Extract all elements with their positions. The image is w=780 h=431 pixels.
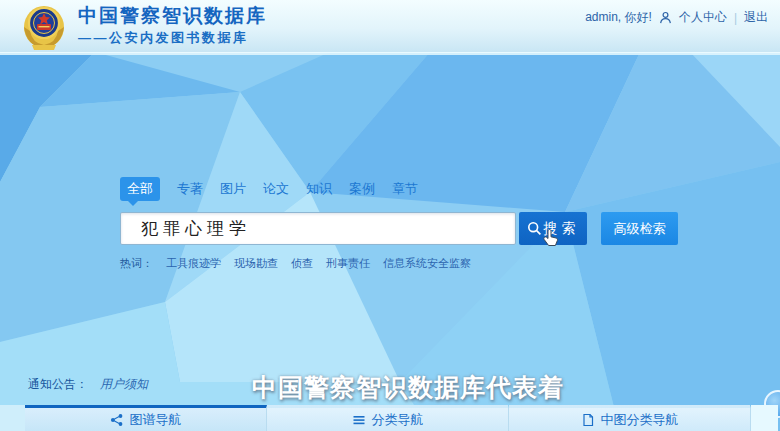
- tab-papers[interactable]: 论文: [263, 180, 289, 198]
- search-button[interactable]: 搜索: [519, 212, 587, 245]
- doc-nav-icon: [581, 413, 595, 427]
- menu-divider: |: [734, 11, 737, 25]
- caption-text: 中国警察智识数据库代表着: [18, 371, 780, 404]
- police-badge-logo: [18, 1, 70, 51]
- nav-tab-clc-label: 中图分类导航: [601, 411, 679, 429]
- nav-tab-category-label: 分类导航: [372, 411, 424, 429]
- tab-monographs[interactable]: 专著: [177, 180, 203, 198]
- bottom-nav-left-strip: [0, 405, 25, 431]
- search-icon: [527, 221, 542, 236]
- tab-knowledge[interactable]: 知识: [306, 180, 332, 198]
- bottom-nav: 图谱导航 分类导航 中图分类导航: [0, 405, 780, 431]
- user-menu: admin, 你好! 个人中心 | 退出: [585, 9, 768, 26]
- user-greeting: admin, 你好!: [585, 9, 652, 26]
- search-row: 搜索 高级检索: [120, 212, 678, 245]
- app-window: 中国警察智识数据库 ——公安内发图书数据库 admin, 你好! 个人中心 | …: [0, 0, 780, 431]
- advanced-search-button[interactable]: 高级检索: [601, 212, 678, 245]
- title-block: 中国警察智识数据库 ——公安内发图书数据库: [78, 5, 267, 47]
- graph-nav-icon: [110, 413, 124, 427]
- tab-chapters[interactable]: 章节: [392, 180, 418, 198]
- advanced-search-label: 高级检索: [614, 220, 666, 238]
- search-button-label: 搜索: [544, 220, 580, 238]
- hot-word-link[interactable]: 刑事责任: [326, 256, 370, 271]
- hot-word-link[interactable]: 工具痕迹学: [166, 256, 221, 271]
- logout-link[interactable]: 退出: [744, 9, 768, 26]
- tab-cases[interactable]: 案例: [349, 180, 375, 198]
- nav-tab-graph[interactable]: 图谱导航: [25, 405, 267, 431]
- list-nav-icon: [352, 413, 366, 427]
- hot-words-row: 热词： 工具痕迹学 现场勘查 侦查 刑事责任 信息系统安全监察: [120, 256, 471, 271]
- nav-tab-graph-label: 图谱导航: [130, 411, 182, 429]
- nav-tab-clc[interactable]: 中图分类导航: [509, 405, 751, 431]
- person-icon: [659, 11, 672, 24]
- search-tabs: 全部 专著 图片 论文 知识 案例 章节: [120, 178, 418, 200]
- hot-words-label: 热词：: [120, 256, 153, 271]
- tab-images[interactable]: 图片: [220, 180, 246, 198]
- site-title: 中国警察智识数据库: [78, 5, 267, 27]
- hot-word-link[interactable]: 侦查: [291, 256, 313, 271]
- hot-word-link[interactable]: 现场勘查: [234, 256, 278, 271]
- profile-link[interactable]: 个人中心: [679, 9, 727, 26]
- hot-word-link[interactable]: 信息系统安全监察: [383, 256, 471, 271]
- bottom-nav-right-strip: [751, 405, 778, 431]
- site-subtitle: ——公安内发图书数据库: [78, 29, 267, 47]
- search-area: 全部 专著 图片 论文 知识 案例 章节 搜索 高级检索 热词： 工具痕迹学: [120, 178, 418, 200]
- header: 中国警察智识数据库 ——公安内发图书数据库 admin, 你好! 个人中心 | …: [0, 0, 780, 53]
- search-input[interactable]: [120, 212, 516, 245]
- nav-tab-category[interactable]: 分类导航: [267, 405, 509, 431]
- tab-all[interactable]: 全部: [120, 177, 160, 201]
